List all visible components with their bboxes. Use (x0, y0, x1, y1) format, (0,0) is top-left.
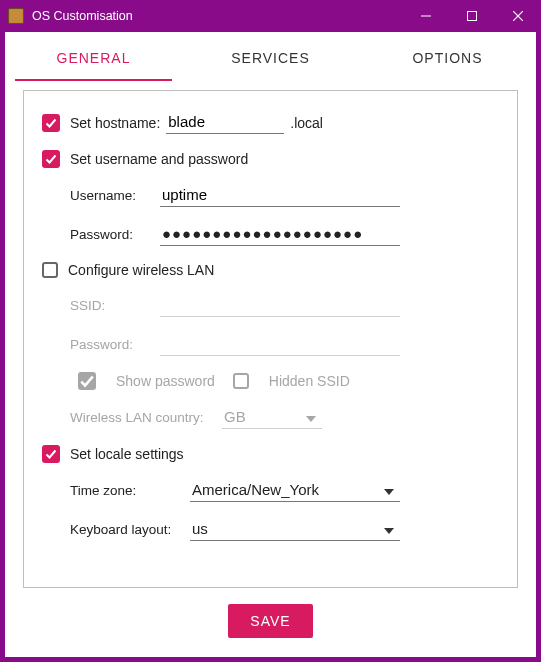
wifi-label: Configure wireless LAN (68, 262, 214, 278)
username-label: Username: (70, 188, 142, 203)
hiddenssid-label: Hidden SSID (269, 373, 350, 389)
ssid-label: SSID: (70, 298, 142, 313)
window-title: OS Customisation (32, 9, 133, 23)
hostname-label: Set hostname: (70, 115, 160, 131)
client-area: GENERAL SERVICES OPTIONS Set hostname: .… (5, 32, 536, 657)
wificountry-label: Wireless LAN country: (70, 410, 210, 425)
close-button[interactable] (495, 0, 541, 32)
tab-bar: GENERAL SERVICES OPTIONS (5, 32, 536, 84)
hostname-input[interactable] (166, 111, 284, 134)
password-input[interactable]: ●●●●●●●●●●●●●●●●●●●● (160, 223, 400, 246)
window: OS Customisation GENERAL SERVICES OPTION… (0, 0, 541, 662)
chevron-down-icon (384, 521, 394, 537)
wifi-checkbox[interactable] (42, 262, 58, 278)
wificountry-value: GB (224, 408, 300, 425)
hiddenssid-checkbox (233, 373, 249, 389)
svg-marker-4 (306, 416, 316, 422)
locale-checkbox[interactable] (42, 445, 60, 463)
tz-value: America/New_York (192, 481, 378, 498)
showpw-checkbox (78, 372, 96, 390)
username-input[interactable] (160, 184, 400, 207)
tab-options[interactable]: OPTIONS (359, 32, 536, 83)
locale-label: Set locale settings (70, 446, 184, 462)
tab-general[interactable]: GENERAL (5, 32, 182, 83)
form-panel: Set hostname: .local Set username and pa… (23, 90, 518, 588)
kb-select[interactable]: us (190, 518, 400, 541)
chevron-down-icon (384, 482, 394, 498)
password-label: Password: (70, 227, 142, 242)
app-icon (8, 8, 24, 24)
chevron-down-icon (306, 409, 316, 425)
kb-value: us (192, 520, 378, 537)
save-bar: SAVE (5, 588, 536, 638)
svg-rect-1 (468, 12, 477, 21)
tz-select[interactable]: America/New_York (190, 479, 400, 502)
titlebar: OS Customisation (0, 0, 541, 32)
hostname-checkbox[interactable] (42, 114, 60, 132)
maximize-button[interactable] (449, 0, 495, 32)
kb-label: Keyboard layout: (70, 522, 178, 537)
svg-marker-5 (384, 489, 394, 495)
save-button[interactable]: SAVE (228, 604, 312, 638)
wifi-password-label: Password: (70, 337, 142, 352)
tz-label: Time zone: (70, 483, 178, 498)
svg-marker-6 (384, 528, 394, 534)
userpass-label: Set username and password (70, 151, 248, 167)
minimize-button[interactable] (403, 0, 449, 32)
hostname-suffix: .local (290, 115, 323, 131)
ssid-input (160, 294, 400, 317)
wifi-password-input (160, 333, 400, 356)
userpass-checkbox[interactable] (42, 150, 60, 168)
wificountry-select: GB (222, 406, 322, 429)
showpw-label: Show password (116, 373, 215, 389)
tab-services[interactable]: SERVICES (182, 32, 359, 83)
